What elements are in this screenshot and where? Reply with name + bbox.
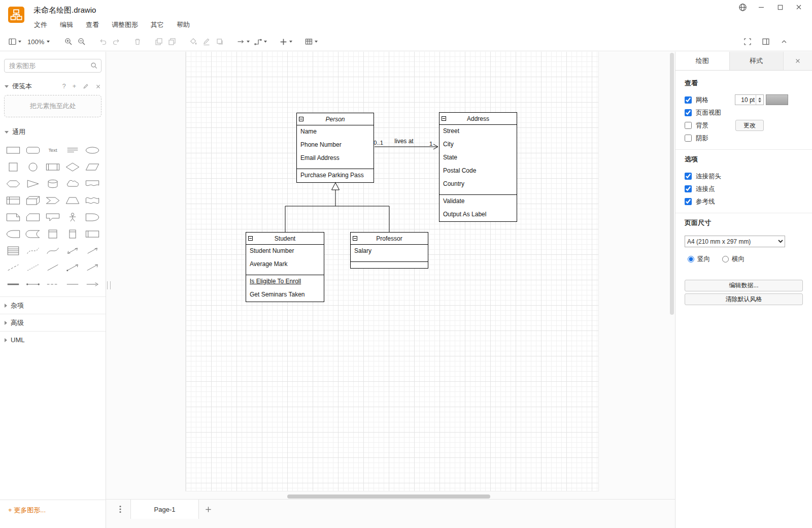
change-background-button[interactable]: 更改 [735, 120, 764, 131]
shape-horizontal-container[interactable] [83, 225, 103, 242]
to-back-button[interactable] [165, 35, 179, 49]
collapse-toolbar-button[interactable] [777, 35, 791, 49]
shape-document[interactable] [83, 175, 103, 192]
shape-container[interactable] [43, 225, 62, 242]
stepper-up-icon[interactable] [758, 97, 761, 100]
scratchpad-help-icon[interactable]: ? [62, 83, 66, 90]
more-shapes-button[interactable]: + 更多图形... [0, 500, 106, 528]
fullscreen-button[interactable] [741, 35, 754, 49]
shape-dotted-line[interactable] [23, 259, 43, 276]
scratchpad-close-icon[interactable] [95, 84, 101, 89]
sidebar-splitter-handle[interactable] [107, 281, 111, 289]
menu-help[interactable]: 帮助 [177, 20, 190, 29]
connection-style-button[interactable] [234, 35, 252, 49]
pages-menu-button[interactable] [112, 500, 128, 519]
sidebar-section-uml[interactable]: UML [0, 331, 106, 348]
shape-cloud[interactable] [63, 175, 83, 192]
shape-list[interactable] [3, 242, 23, 259]
scratchpad-drop-area[interactable]: 把元素拖至此处 [4, 95, 101, 117]
stepper-down-icon[interactable] [758, 101, 761, 103]
maximize-icon[interactable] [775, 2, 785, 12]
shape-triangle[interactable] [23, 175, 43, 192]
undo-button[interactable] [96, 35, 110, 49]
add-page-button[interactable] [200, 500, 216, 519]
shape-circle[interactable] [23, 158, 43, 175]
grid-checkbox[interactable] [685, 96, 692, 104]
table-button[interactable] [302, 35, 320, 49]
shape-actor[interactable] [63, 209, 83, 225]
zoom-out-button[interactable] [75, 35, 88, 49]
uml-attribute[interactable]: State [439, 151, 517, 164]
shape-arrow-edge[interactable] [83, 276, 103, 292]
vertical-scrollbar[interactable] [670, 53, 674, 315]
uml-class-title[interactable]: Person [297, 113, 374, 125]
grid-color-swatch[interactable] [766, 94, 788, 105]
shape-card[interactable] [23, 209, 43, 225]
shape-and[interactable] [3, 225, 23, 242]
uml-attribute[interactable]: Postal Code [439, 164, 517, 178]
shape-dashed-edge[interactable] [43, 276, 62, 292]
view-panels-button[interactable] [6, 35, 23, 49]
shadow-button[interactable] [213, 35, 226, 49]
shape-arrow[interactable] [83, 242, 103, 259]
landscape-radio[interactable] [722, 256, 729, 262]
shape-tape[interactable] [83, 192, 103, 209]
uml-attribute[interactable]: Average Mark [246, 258, 324, 271]
shape-square[interactable] [3, 158, 23, 175]
uml-class-person[interactable]: Person Name Phone Number Email Address P… [296, 113, 374, 183]
collapse-icon[interactable] [248, 236, 253, 241]
scratchpad-add-icon[interactable]: + [73, 83, 76, 90]
collapse-icon[interactable] [299, 117, 303, 121]
shape-cube[interactable] [23, 192, 43, 209]
uml-attribute[interactable]: Phone Number [297, 139, 374, 152]
grid-size-stepper[interactable] [756, 95, 763, 105]
waypoint-style-button[interactable] [252, 35, 269, 49]
shape-dashed-line[interactable] [3, 259, 23, 276]
shape-vertical-container[interactable] [63, 225, 83, 242]
edge-source-multiplicity[interactable]: 0..1 [374, 140, 383, 146]
menu-view[interactable]: 查看 [86, 20, 99, 29]
shape-textbox[interactable] [63, 142, 83, 158]
shape-hexagon[interactable] [3, 175, 23, 192]
uml-attribute[interactable]: Email Address [297, 152, 374, 165]
scratchpad-section-header[interactable]: 便笺本 ? + [0, 78, 106, 95]
shape-note[interactable] [3, 209, 23, 225]
to-front-button[interactable] [152, 35, 165, 49]
shape-directional-arrow[interactable] [63, 259, 83, 276]
shape-or[interactable] [83, 209, 103, 225]
edge-label-lives-at[interactable]: lives at [388, 138, 420, 145]
general-section-header[interactable]: 通用 [0, 123, 106, 141]
minimize-icon[interactable] [756, 2, 766, 12]
shape-line[interactable] [43, 259, 62, 276]
sidebar-section-advanced[interactable]: 高级 [0, 314, 106, 331]
grid-size-input[interactable] [735, 95, 756, 105]
format-panel-toggle-button[interactable] [759, 35, 772, 49]
menu-extras[interactable]: 其它 [151, 20, 164, 29]
tab-style[interactable]: 样式 [730, 52, 784, 70]
collapse-icon[interactable] [353, 236, 357, 241]
shape-text[interactable]: Text [43, 142, 62, 158]
shape-diamond[interactable] [63, 158, 83, 175]
fill-color-button[interactable] [187, 35, 200, 49]
zoom-in-button[interactable] [62, 35, 75, 49]
uml-attribute[interactable]: Country [439, 178, 517, 191]
uml-attribute[interactable]: Name [297, 125, 374, 139]
uml-attribute[interactable]: Street [439, 125, 517, 138]
edit-data-button[interactable]: 编辑数据... [685, 280, 803, 291]
uml-class-title[interactable]: Address [439, 113, 517, 125]
language-globe-icon[interactable] [737, 2, 748, 12]
uml-method[interactable]: Purchase Parking Pass [297, 169, 374, 182]
shadow-checkbox[interactable] [685, 135, 692, 142]
uml-attribute[interactable]: City [439, 138, 517, 151]
uml-method[interactable]: Validate [439, 195, 517, 208]
tab-diagram[interactable]: 绘图 [675, 52, 730, 70]
page-tab-active[interactable]: Page-1 [130, 500, 199, 519]
menu-arrange[interactable]: 调整图形 [112, 20, 138, 29]
shape-step[interactable] [43, 192, 62, 209]
insert-button[interactable] [277, 35, 294, 49]
line-color-button[interactable] [200, 35, 213, 49]
uml-class-student[interactable]: Student Student Number Average Mark Is E… [246, 232, 324, 302]
close-format-panel-icon[interactable] [784, 52, 812, 70]
delete-button[interactable] [131, 35, 144, 49]
uml-class-address[interactable]: Address Street City State Postal Code Co… [439, 112, 517, 222]
